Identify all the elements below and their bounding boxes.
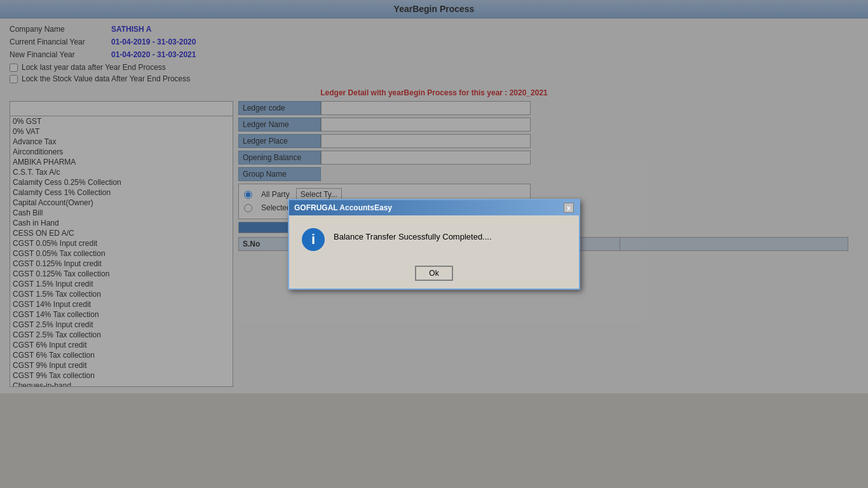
modal-title: GOFRUGAL AccountsEasy: [294, 203, 392, 212]
modal-message: Balance Transfer Sucessfully Completed..…: [334, 228, 492, 241]
modal-dialog: GOFRUGAL AccountsEasy x i Balance Transf…: [288, 199, 580, 290]
modal-body: i Balance Transfer Sucessfully Completed…: [289, 215, 579, 261]
modal-overlay: GOFRUGAL AccountsEasy x i Balance Transf…: [0, 0, 868, 488]
modal-footer: Ok: [289, 261, 579, 288]
modal-titlebar: GOFRUGAL AccountsEasy x: [289, 200, 579, 215]
modal-close-button[interactable]: x: [564, 203, 574, 213]
ok-button[interactable]: Ok: [415, 266, 453, 281]
info-icon-symbol: i: [311, 231, 315, 248]
info-icon: i: [302, 228, 325, 251]
close-icon: x: [567, 204, 571, 212]
